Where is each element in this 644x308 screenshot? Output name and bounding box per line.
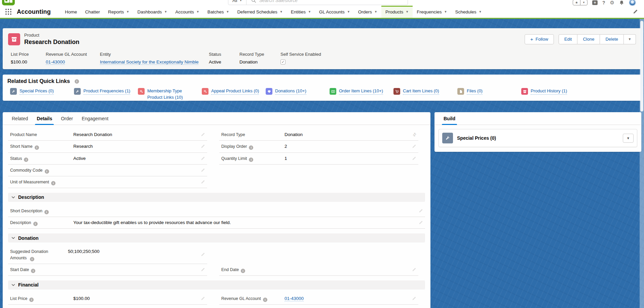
nav-tabs: Home Chatter Reports▼ Dashboards▼ Accoun… [61,6,486,18]
edit-button[interactable]: Edit [559,34,577,44]
nav-tab-frequencies[interactable]: Frequencies▼ [413,6,451,18]
quick-link-label[interactable]: Product Frequencies (1) [83,88,130,95]
tab-details[interactable]: Details [32,112,56,125]
search-input[interactable] [259,0,387,3]
nav-tab-products[interactable]: Products▼ [381,6,413,18]
field-list-price: List Price $100.00 [8,293,207,305]
info-icon[interactable] [249,158,253,162]
quick-link-label[interactable]: Donations (10+) [275,88,306,95]
nav-tab-reports[interactable]: Reports▼ [104,6,133,18]
edit-pencil-icon[interactable] [201,168,205,172]
chevron-down-icon: ▼ [479,10,482,13]
chevron-down-icon[interactable]: ▼ [580,0,587,5]
info-icon[interactable] [29,298,34,302]
info-icon[interactable] [44,210,49,214]
info-icon[interactable] [75,79,79,84]
search-scope-selector[interactable]: All ▼ [228,0,247,5]
edit-pencil-icon[interactable] [201,156,205,161]
info-icon[interactable] [45,169,49,174]
global-search[interactable]: All ▼ [228,0,408,5]
projector-glyph [4,0,13,4]
expand-dropdown-button[interactable]: ▼ [623,134,634,143]
tab-build[interactable]: Build [439,112,460,125]
notifications-bell-icon[interactable] [619,0,624,5]
info-icon[interactable] [263,298,267,302]
chevron-down-icon [11,195,15,199]
edit-pencil-icon[interactable] [201,132,205,137]
section-header-financial[interactable]: Financial [8,280,425,290]
star-icon[interactable]: ★ [573,0,580,5]
setup-gear-icon[interactable]: ⚙ [610,0,614,6]
revenue-gl-account-link[interactable]: 01-43000 [46,59,65,65]
clone-button[interactable]: Clone [577,34,600,44]
app-name: Accounting [17,8,51,15]
edit-pencil-icon[interactable] [419,220,423,225]
nav-tab-accounts[interactable]: Accounts▼ [171,6,203,18]
follow-button[interactable]: +Follow [525,34,554,44]
nav-tab-home[interactable]: Home [61,6,81,18]
info-icon[interactable] [31,269,35,273]
field-start-date: Start Date [8,264,207,276]
more-actions-dropdown-button[interactable]: ▼ [624,34,636,44]
nav-tab-chatter[interactable]: Chatter [81,6,104,18]
info-icon[interactable] [24,158,28,162]
tab-related[interactable]: Related [7,112,32,125]
info-icon[interactable] [51,181,55,185]
nav-tab-deferred-schedules[interactable]: Deferred Schedules▼ [233,6,287,18]
edit-pencil-icon[interactable] [412,296,416,301]
info-icon[interactable] [241,269,245,273]
nav-tab-orders[interactable]: Orders▼ [354,6,381,18]
quick-link-label[interactable]: Order Item Lines (10+) [339,88,383,95]
app-launcher-icon[interactable] [5,9,11,15]
edit-page-pencil-icon[interactable] [633,9,638,14]
info-icon[interactable] [249,145,253,150]
user-avatar[interactable] [629,0,636,6]
quick-link-label[interactable]: Files (0) [467,88,483,95]
quick-link-label[interactable]: Membership Type Product Links (10) [147,88,188,101]
self-service-enabled-checkbox[interactable] [280,59,286,64]
nav-tab-schedules[interactable]: Schedules▼ [451,6,486,18]
quick-link-label[interactable]: Special Prices (0) [20,88,54,95]
nav-tab-entities[interactable]: Entities▼ [287,6,315,18]
edit-pencil-icon[interactable] [201,180,205,184]
info-icon[interactable] [35,145,39,150]
app-logo-icon[interactable] [2,0,15,5]
global-actions-icon[interactable]: + [592,0,598,5]
nav-tab-dashboards[interactable]: Dashboards▼ [134,6,172,18]
highlight-list-price: List Price $100.00 [11,52,46,64]
vertical-scrollbar[interactable] [640,19,644,308]
nav-tab-gl-accounts[interactable]: GL Accounts▼ [315,6,354,18]
build-column: Build Special Prices (0) ▼ [434,112,641,152]
edit-pencil-icon[interactable] [201,296,205,301]
entity-link[interactable]: International Society for the Exceptiona… [100,59,198,65]
edit-pencil-icon[interactable] [201,267,205,272]
tab-order[interactable]: Order [56,112,77,125]
empty-cell [219,176,418,188]
edit-pencil-icon[interactable] [412,156,416,161]
scrollbar-thumb[interactable] [640,21,643,112]
quick-link-label[interactable]: Appeal Product Links (0) [211,88,259,95]
chevron-down-icon: ▼ [126,10,129,13]
chevron-down-icon: ▼ [164,10,167,13]
edit-pencil-icon[interactable] [201,252,205,257]
info-icon[interactable] [33,222,38,226]
nav-tab-batches[interactable]: Batches▼ [203,6,233,18]
revenue-gl-account-link[interactable]: 01-43000 [285,296,304,301]
section-header-description[interactable]: Description [8,193,425,202]
tab-engagement[interactable]: Engagement [77,112,113,125]
info-icon[interactable] [30,257,34,261]
help-icon[interactable]: ? [602,0,605,5]
delete-button[interactable]: Delete [600,34,624,44]
edit-pencil-icon[interactable] [419,209,423,213]
quick-link-label[interactable]: Cart Item Lines (0) [403,88,439,95]
edit-pencil-icon[interactable] [201,144,205,148]
wrench-icon [74,88,81,95]
empty-cell [219,305,418,308]
favorites-control[interactable]: ★ ▼ [573,0,588,5]
chevron-down-icon: ▼ [280,10,283,13]
quick-link-label[interactable]: Product History (1) [531,88,567,95]
edit-pencil-icon[interactable] [412,144,416,148]
section-header-donation[interactable]: Donation [8,233,425,243]
empty-cell [219,246,418,264]
edit-pencil-icon[interactable] [412,267,416,272]
